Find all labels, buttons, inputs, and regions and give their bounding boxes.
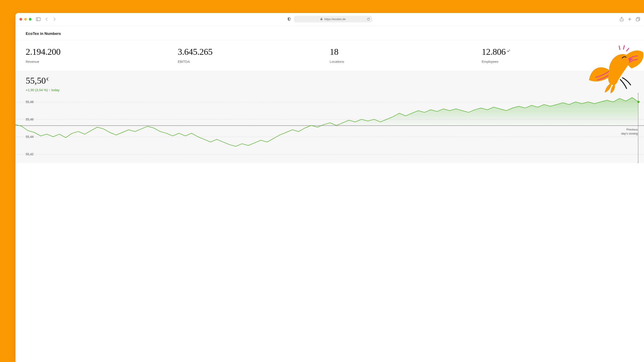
- address-bar[interactable]: https://ecotex.de: [294, 16, 322, 22]
- chart-plot-area: 55,4855,4655,4455,42Previousday's closin…: [16, 93, 322, 163]
- back-button[interactable]: [46, 17, 48, 21]
- maximize-window-button[interactable]: [29, 18, 32, 20]
- price-line-chart: [16, 93, 322, 163]
- stock-price: 55,50€: [26, 75, 322, 86]
- browser-toolbar: https://ecotex.de: [16, 13, 322, 25]
- stock-delta: +1,90 (3,54 %) ↑ today: [26, 88, 322, 92]
- svg-rect-2: [320, 19, 322, 20]
- svg-rect-0: [36, 18, 40, 21]
- kpi-row: 2.194.200 Revenue 3.645.265 EBITDA 18 Lo…: [16, 40, 322, 71]
- stock-chart-section: 55,50€ +1,90 (3,54 %) ↑ today 55,4855,46…: [16, 71, 322, 163]
- close-window-button[interactable]: [20, 18, 22, 20]
- kpi-ebitda: 3.645.265 EBITDA: [178, 46, 322, 63]
- kpi-value: 3.645.265: [178, 46, 322, 57]
- traffic-lights: [20, 18, 32, 20]
- forward-button[interactable]: [53, 17, 56, 21]
- page-content: EcoTex in Numbers 2.194.200 Revenue 3.64…: [16, 25, 322, 163]
- privacy-shield-icon[interactable]: [287, 17, 291, 21]
- nav-controls: [46, 17, 56, 21]
- kpi-revenue: 2.194.200 Revenue: [26, 46, 178, 63]
- section-title: EcoTex in Numbers: [16, 25, 322, 40]
- minimize-window-button[interactable]: [24, 18, 27, 20]
- address-area: https://ecotex.de: [287, 16, 322, 22]
- sidebar-toggle-button[interactable]: [36, 17, 40, 21]
- kpi-value: 2.194.200: [26, 46, 178, 57]
- kpi-label: Revenue: [26, 60, 178, 63]
- browser-window: https://ecotex.de EcoTex in Numbers 2.19…: [16, 13, 322, 181]
- kpi-label: EBITDA: [178, 60, 322, 63]
- lock-icon: [320, 17, 322, 21]
